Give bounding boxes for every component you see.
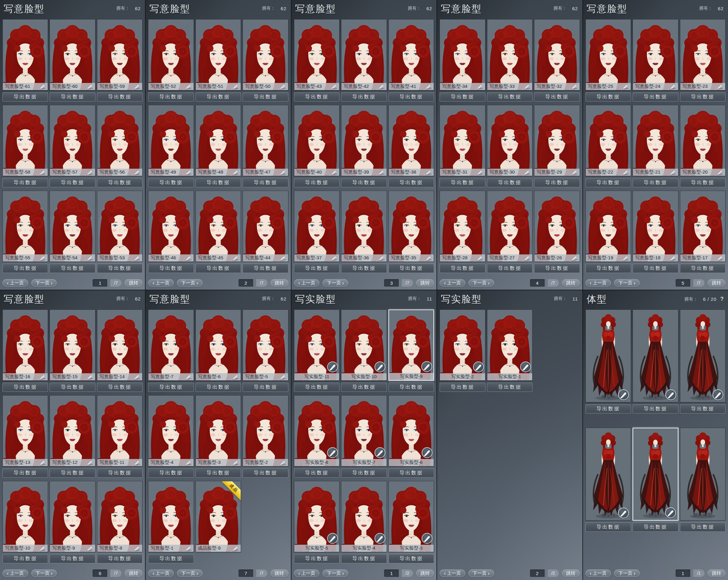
export-data-button[interactable]: 导出数据: [586, 264, 631, 273]
export-data-button[interactable]: 导出数据: [341, 554, 387, 563]
face-card[interactable]: 写意脸型-2: [242, 395, 288, 466]
face-card[interactable]: 写意脸型-3: [196, 395, 241, 466]
face-card[interactable]: 写意脸型-59: [97, 19, 142, 90]
prev-page-button[interactable]: ‹上一页: [294, 570, 320, 577]
export-data-button[interactable]: 导出数据: [487, 92, 532, 102]
face-card[interactable]: 写意脸型-50: [242, 19, 288, 90]
export-data-button[interactable]: 导出数据: [2, 92, 48, 102]
next-page-button[interactable]: 下一页›: [31, 570, 57, 577]
face-card[interactable]: 写意脸型-48: [196, 105, 241, 176]
export-data-button[interactable]: 导出数据: [440, 92, 485, 102]
export-data-button[interactable]: 导出数据: [534, 178, 580, 187]
export-data-button[interactable]: 导出数据: [534, 92, 580, 102]
export-data-button[interactable]: 导出数据: [632, 404, 678, 413]
face-card[interactable]: 写意脸型-41: [388, 19, 434, 90]
face-card[interactable]: 写意脸型-4: [148, 395, 193, 466]
prev-page-button[interactable]: ‹上一页: [586, 279, 611, 286]
export-data-button[interactable]: 导出数据: [242, 178, 288, 187]
export-data-button[interactable]: 导出数据: [50, 468, 95, 477]
face-card[interactable]: 写意脸型-25: [586, 19, 631, 90]
export-data-button[interactable]: 导出数据: [388, 383, 434, 392]
prev-page-button[interactable]: ‹上一页: [586, 570, 611, 577]
prev-page-button[interactable]: ‹上一页: [2, 279, 28, 286]
export-data-button[interactable]: 导出数据: [440, 264, 485, 273]
prev-page-button[interactable]: ‹上一页: [148, 279, 174, 286]
body-card[interactable]: 体型-4: [680, 309, 726, 402]
face-card[interactable]: 写意脸型-10: [2, 481, 48, 552]
export-data-button[interactable]: 导出数据: [632, 522, 678, 532]
body-card[interactable]: 默认体型: [680, 428, 726, 521]
face-card[interactable]: 写意脸型-12: [50, 395, 95, 466]
page-number-input[interactable]: 1: [676, 570, 690, 577]
face-card[interactable]: 写意脸型-60: [50, 19, 95, 90]
face-card[interactable]: 写实脸型-1: [487, 309, 532, 381]
export-data-button[interactable]: 导出数据: [242, 383, 288, 392]
face-card[interactable]: 写实脸型-10: [341, 309, 387, 381]
export-data-button[interactable]: 导出数据: [97, 554, 142, 563]
next-page-button[interactable]: 下一页›: [614, 570, 640, 577]
face-card[interactable]: 写意脸型-13: [2, 395, 48, 466]
face-card[interactable]: 写意脸型-56: [97, 105, 142, 176]
face-card[interactable]: 写意脸型-58: [2, 105, 48, 176]
export-data-button[interactable]: 导出数据: [97, 383, 142, 392]
export-data-button[interactable]: 导出数据: [388, 554, 434, 563]
jump-button[interactable]: 跳转: [270, 279, 288, 286]
page-number-input[interactable]: 5: [676, 279, 690, 286]
face-card[interactable]: 写意脸型-30: [487, 105, 532, 176]
face-card[interactable]: 写意脸型-29: [534, 105, 580, 176]
export-data-button[interactable]: 导出数据: [341, 383, 387, 392]
prev-page-button[interactable]: ‹上一页: [440, 279, 465, 286]
export-data-button[interactable]: 导出数据: [2, 468, 48, 477]
body-card[interactable]: 体型-5: [632, 309, 678, 402]
jump-button[interactable]: 跳转: [125, 570, 142, 577]
export-data-button[interactable]: 导出数据: [97, 264, 142, 273]
jump-button[interactable]: 跳转: [562, 570, 580, 577]
export-data-button[interactable]: 导出数据: [242, 264, 288, 273]
jump-button[interactable]: 跳转: [707, 570, 726, 577]
export-data-button[interactable]: 导出数据: [388, 264, 434, 273]
export-data-button[interactable]: 导出数据: [680, 264, 726, 273]
export-data-button[interactable]: 导出数据: [586, 522, 631, 532]
export-data-button[interactable]: 导出数据: [586, 92, 631, 102]
export-data-button[interactable]: 导出数据: [294, 383, 340, 392]
face-card[interactable]: 写实脸型-3: [388, 481, 434, 552]
export-data-button[interactable]: 导出数据: [487, 264, 532, 273]
export-data-button[interactable]: 导出数据: [2, 264, 48, 273]
prev-page-button[interactable]: ‹上一页: [2, 570, 28, 577]
export-data-button[interactable]: 导出数据: [242, 468, 288, 477]
export-data-button[interactable]: 导出数据: [388, 178, 434, 187]
face-card[interactable]: 成品脸型-9成品: [196, 481, 241, 552]
body-card[interactable]: 体型-3: [586, 428, 631, 521]
face-card[interactable]: 写意脸型-19: [586, 191, 631, 262]
next-page-button[interactable]: 下一页›: [468, 279, 494, 286]
export-data-button[interactable]: 导出数据: [50, 264, 95, 273]
next-page-button[interactable]: 下一页›: [322, 279, 348, 286]
export-data-button[interactable]: 导出数据: [148, 264, 193, 273]
face-card[interactable]: 写意脸型-38: [388, 105, 434, 176]
export-data-button[interactable]: 导出数据: [534, 264, 580, 273]
export-data-button[interactable]: 导出数据: [148, 383, 193, 392]
face-card[interactable]: 写意脸型-49: [148, 105, 193, 176]
face-card[interactable]: 写意脸型-54: [50, 191, 95, 262]
export-data-button[interactable]: 导出数据: [50, 554, 95, 563]
export-data-button[interactable]: 导出数据: [196, 264, 241, 273]
face-card[interactable]: 写意脸型-40: [294, 105, 340, 176]
export-data-button[interactable]: 导出数据: [148, 554, 193, 563]
face-card[interactable]: 写意脸型-35: [388, 191, 434, 262]
page-number-input[interactable]: 3: [384, 279, 399, 286]
face-card[interactable]: 写意脸型-31: [440, 105, 485, 176]
face-card[interactable]: 写意脸型-39: [341, 105, 387, 176]
face-card[interactable]: 写意脸型-44: [242, 191, 288, 262]
export-data-button[interactable]: 导出数据: [2, 554, 48, 563]
page-number-input[interactable]: 4: [530, 279, 545, 286]
face-card[interactable]: 写意脸型-37: [294, 191, 340, 262]
export-data-button[interactable]: 导出数据: [632, 264, 678, 273]
face-card[interactable]: 写实脸型-6: [388, 395, 434, 466]
face-card[interactable]: 写意脸型-16: [2, 309, 48, 381]
face-card[interactable]: 写意脸型-21: [632, 105, 678, 176]
face-card[interactable]: 写意脸型-32: [534, 19, 580, 90]
export-data-button[interactable]: 导出数据: [680, 522, 726, 532]
jump-button[interactable]: 跳转: [562, 279, 580, 286]
body-card[interactable]: 体型-2: [632, 428, 678, 521]
face-card[interactable]: 写意脸型-7: [148, 309, 193, 381]
